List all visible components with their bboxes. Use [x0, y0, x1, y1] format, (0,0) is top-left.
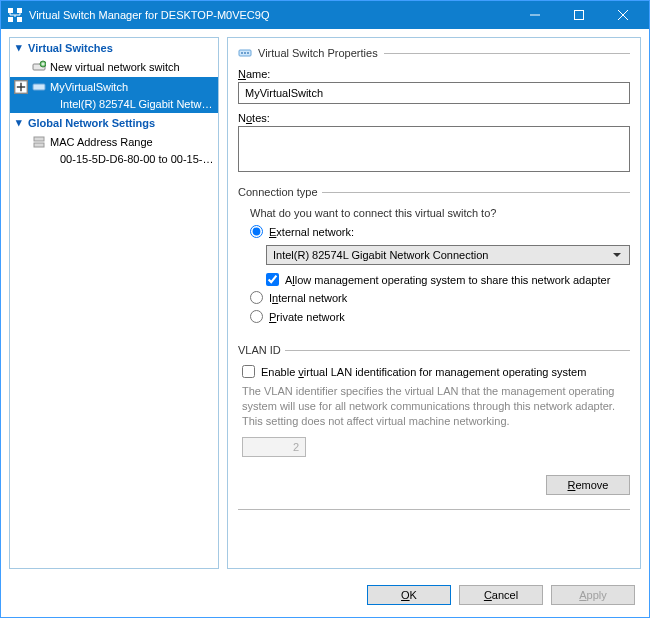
checkbox-label: Enable virtual LAN identification for ma… [261, 366, 586, 378]
name-input[interactable] [238, 82, 630, 104]
cancel-button[interactable]: Cancel [459, 585, 543, 605]
sidebar-item-sublabel: Intel(R) 82574L Gigabit Network C... [60, 98, 218, 110]
apply-button[interactable]: Apply [551, 585, 635, 605]
properties-panel: Virtual Switch Properties Name: Notes: C… [227, 37, 641, 569]
notes-label: Notes: [238, 112, 630, 124]
close-button[interactable] [601, 1, 645, 29]
section-label: Global Network Settings [28, 117, 155, 129]
vlan-legend: VLAN ID [238, 344, 285, 356]
radio-label: Private network [269, 311, 345, 323]
private-radio-input[interactable] [250, 310, 263, 323]
content-area: ▾ Virtual Switches New virtual network s… [1, 29, 649, 577]
private-network-radio[interactable]: Private network [250, 310, 345, 323]
checkbox-label: Allow management operating system to sha… [285, 274, 610, 286]
connection-type-legend: Connection type [238, 186, 322, 198]
sidebar: ▾ Virtual Switches New virtual network s… [9, 37, 219, 569]
switch-icon [238, 46, 252, 60]
external-network-radio[interactable]: External network: [250, 225, 354, 238]
internal-radio-input[interactable] [250, 291, 263, 304]
dropdown-value: Intel(R) 82574L Gigabit Network Connecti… [273, 249, 488, 261]
allow-mgmt-checkbox[interactable]: Allow management operating system to sha… [266, 273, 630, 286]
internal-network-row: Internal network [238, 288, 630, 307]
divider [384, 53, 630, 54]
svg-point-21 [247, 52, 249, 54]
sidebar-item-new-switch[interactable]: New virtual network switch [10, 57, 218, 77]
dialog-footer: OK Cancel Apply [1, 577, 649, 617]
expand-icon[interactable] [14, 80, 28, 94]
external-adapter-dropdown[interactable]: Intel(R) 82574L Gigabit Network Connecti… [266, 245, 630, 265]
svg-rect-15 [33, 84, 45, 90]
section-global-settings[interactable]: ▾ Global Network Settings [10, 113, 218, 132]
sidebar-item-label: New virtual network switch [50, 61, 180, 73]
remove-button[interactable]: Remove [546, 475, 630, 495]
vlan-description: The VLAN identifier specifies the virtua… [242, 384, 626, 429]
vlan-enable-input[interactable] [242, 365, 255, 378]
titlebar[interactable]: Virtual Switch Manager for DESKTOP-M0VEC… [1, 1, 649, 29]
panel-heading-row: Virtual Switch Properties [238, 46, 630, 60]
svg-rect-2 [8, 17, 13, 22]
app-icon [7, 7, 23, 23]
switch-icon [32, 80, 46, 94]
maximize-button[interactable] [557, 1, 601, 29]
sidebar-item-adapter[interactable]: Intel(R) 82574L Gigabit Network C... [10, 97, 218, 113]
sidebar-item-myvirtualswitch[interactable]: MyVirtualSwitch [10, 77, 218, 97]
svg-rect-3 [17, 17, 22, 22]
private-network-row: Private network [238, 307, 630, 326]
sidebar-item-mac-range[interactable]: MAC Address Range [10, 132, 218, 152]
svg-rect-0 [8, 8, 13, 13]
sidebar-item-mac-value[interactable]: 00-15-5D-D6-80-00 to 00-15-5D-D... [10, 152, 218, 168]
svg-rect-5 [575, 11, 584, 20]
vlan-id-input [242, 437, 306, 457]
svg-rect-17 [34, 143, 44, 147]
dialog-window: Virtual Switch Manager for DESKTOP-M0VEC… [0, 0, 650, 618]
section-label: Virtual Switches [28, 42, 113, 54]
vlan-enable-checkbox[interactable]: Enable virtual LAN identification for ma… [242, 365, 630, 378]
sidebar-item-sublabel: 00-15-5D-D6-80-00 to 00-15-5D-D... [60, 153, 218, 165]
svg-rect-1 [17, 8, 22, 13]
sidebar-item-label: MAC Address Range [50, 136, 153, 148]
notes-textarea[interactable] [238, 126, 630, 172]
mac-range-icon [32, 135, 46, 149]
sidebar-item-label: MyVirtualSwitch [50, 81, 128, 93]
svg-rect-16 [34, 137, 44, 141]
new-switch-icon [32, 60, 46, 74]
chevron-down-icon: ▾ [14, 116, 24, 129]
internal-network-radio[interactable]: Internal network [250, 291, 347, 304]
section-virtual-switches[interactable]: ▾ Virtual Switches [10, 38, 218, 57]
vlan-group: VLAN ID Enable virtual LAN identificatio… [238, 344, 630, 463]
remove-row: Remove [238, 475, 630, 495]
radio-label: Internal network [269, 292, 347, 304]
svg-point-19 [241, 52, 243, 54]
allow-mgmt-input[interactable] [266, 273, 279, 286]
window-buttons [513, 1, 645, 29]
panel-title: Virtual Switch Properties [258, 47, 378, 59]
chevron-down-icon: ▾ [14, 41, 24, 54]
allow-mgmt-row: Allow management operating system to sha… [266, 271, 630, 288]
minimize-button[interactable] [513, 1, 557, 29]
window-title: Virtual Switch Manager for DESKTOP-M0VEC… [29, 9, 513, 21]
svg-point-20 [244, 52, 246, 54]
connection-type-group: Connection type What do you want to conn… [238, 186, 630, 332]
external-radio-input[interactable] [250, 225, 263, 238]
radio-label: External network: [269, 226, 354, 238]
ok-button[interactable]: OK [367, 585, 451, 605]
divider [238, 509, 630, 510]
external-network-row: External network: [238, 222, 630, 241]
connection-prompt: What do you want to connect this virtual… [238, 204, 630, 222]
name-label: Name: [238, 68, 630, 80]
